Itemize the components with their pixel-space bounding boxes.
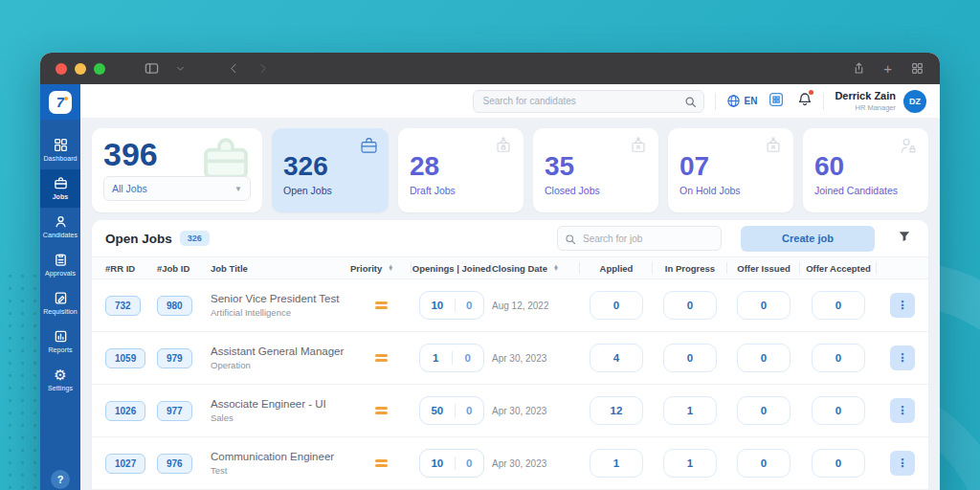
offer-accepted-count[interactable]: 0 (812, 396, 865, 425)
language-selector[interactable]: EN (726, 94, 758, 108)
table-row[interactable]: 1027 976 Communication EngineerTest 100 … (92, 437, 928, 490)
row-actions-kebab-button[interactable]: ⋮ (890, 398, 915, 423)
user-menu[interactable]: Derrick Zain HR Manager DZ (835, 90, 926, 113)
priority-medium-icon (375, 459, 388, 468)
stat-card-draft-jobs[interactable]: 28 Draft Jobs (398, 128, 523, 212)
sort-icon[interactable]: ▲▼ (553, 265, 559, 272)
sidebar-item-label: Settings (48, 385, 73, 391)
filter-icon[interactable] (898, 230, 911, 247)
job-title[interactable]: Associate Engineer - UI (211, 398, 326, 410)
language-label: EN (745, 96, 758, 106)
applied-count[interactable]: 1 (590, 449, 643, 478)
sidebar: 7 Dashboard Jobs Candidates (40, 84, 80, 490)
search-icon[interactable] (684, 95, 697, 112)
rr-id-badge: 1059 (105, 348, 145, 368)
column-header-job-id: #Job ID (157, 257, 211, 278)
job-title[interactable]: Assistant General Manager (211, 345, 344, 357)
sidebar-toggle-icon[interactable] (144, 61, 159, 77)
in-progress-count[interactable]: 0 (663, 344, 717, 372)
stat-card-closed-jobs[interactable]: 35 Closed Jobs (533, 128, 658, 212)
offer-accepted-count[interactable]: 0 (812, 291, 865, 320)
sidebar-item-reports[interactable]: Reports (40, 323, 80, 361)
offer-issued-count[interactable]: 0 (737, 449, 791, 478)
notification-badge-dot (809, 90, 813, 95)
sidebar-item-candidates[interactable]: Candidates (40, 208, 80, 246)
minimize-window-button[interactable] (75, 63, 86, 75)
reports-icon (54, 329, 68, 344)
app-logo[interactable]: 7 (40, 84, 80, 120)
column-header-closing-date[interactable]: Closing Date▲▼ (492, 257, 580, 278)
in-progress-count[interactable]: 1 (663, 449, 717, 478)
sidebar-item-label: Jobs (53, 193, 69, 200)
all-jobs-dropdown[interactable]: All Jobs ▼ (103, 176, 251, 201)
applied-count[interactable]: 0 (590, 291, 643, 320)
apps-grid-icon[interactable] (768, 92, 784, 111)
sidebar-item-requisition[interactable]: Requisition (40, 284, 80, 323)
stat-card-open-jobs[interactable]: 326 Open Jobs (272, 128, 389, 212)
offer-accepted-count[interactable]: 0 (812, 449, 865, 478)
sort-icon[interactable]: ▲▼ (388, 265, 393, 272)
share-icon[interactable] (851, 61, 866, 77)
sidebar-item-jobs[interactable]: Jobs (40, 169, 80, 208)
job-search-input[interactable] (557, 226, 722, 251)
chevron-down-icon[interactable] (172, 61, 188, 77)
closing-date: Apr 30, 2023 (492, 353, 546, 364)
sidebar-item-dashboard[interactable]: Dashboard (40, 131, 80, 169)
rr-id-badge: 1027 (105, 454, 145, 474)
offer-issued-count[interactable]: 0 (737, 291, 791, 320)
in-progress-count[interactable]: 0 (663, 291, 717, 320)
priority-medium-icon (375, 407, 388, 415)
row-actions-kebab-button[interactable]: ⋮ (890, 345, 915, 370)
back-icon[interactable] (226, 61, 241, 77)
row-actions-kebab-button[interactable]: ⋮ (890, 293, 915, 318)
sidebar-item-label: Approvals (45, 270, 76, 277)
logo-glyph: 7 (56, 94, 64, 110)
help-button[interactable]: ? (51, 470, 70, 489)
openings-joined-box: 100 (419, 291, 484, 320)
offer-accepted-count[interactable]: 0 (812, 344, 865, 372)
sidebar-item-approvals[interactable]: Approvals (40, 246, 80, 284)
row-actions-kebab-button[interactable]: ⋮ (890, 451, 915, 476)
offer-issued-count[interactable]: 0 (737, 396, 791, 425)
window-controls (56, 63, 105, 75)
column-header-offer-issued: Offer Issued (727, 257, 800, 278)
table-row[interactable]: 1026 977 Associate Engineer - UISales 50… (92, 385, 928, 437)
tab-overview-icon[interactable] (909, 61, 924, 77)
stat-card-on-hold-jobs[interactable]: 07 On Hold Jobs (668, 128, 793, 212)
close-window-button[interactable] (56, 63, 67, 75)
stat-card-label: Draft Jobs (410, 185, 512, 196)
divider (715, 93, 716, 110)
stat-card-label: Open Jobs (283, 185, 377, 196)
stat-card-label: On Hold Jobs (679, 185, 782, 196)
column-header-actions (877, 257, 915, 278)
job-title[interactable]: Communication Engineer (211, 451, 334, 462)
job-title[interactable]: Senior Vice President Test (211, 293, 339, 304)
candidate-search-input[interactable] (473, 90, 704, 113)
column-header-priority[interactable]: Priority▲▼ (350, 257, 412, 278)
table-row[interactable]: 1059 979 Assistant General ManagerOperat… (92, 332, 928, 385)
offer-issued-count[interactable]: 0 (737, 344, 791, 372)
browser-titlebar: + (40, 53, 940, 84)
stat-card-joined-candidates[interactable]: 60 Joined Candidates (803, 128, 928, 212)
stat-card-label: Joined Candidates (814, 185, 917, 196)
create-job-button[interactable]: Create job (741, 226, 875, 252)
sidebar-item-settings[interactable]: ⚙ Settings (40, 361, 80, 399)
applied-count[interactable]: 4 (590, 344, 643, 372)
forward-icon[interactable] (255, 61, 270, 77)
board-x-icon (763, 136, 784, 161)
openings-joined-box: 500 (419, 396, 484, 425)
openings-joined-box: 10 (419, 344, 484, 372)
job-id-badge: 976 (157, 454, 192, 474)
avatar: DZ (903, 90, 926, 113)
in-progress-count[interactable]: 1 (663, 396, 717, 425)
all-jobs-count: 396 (103, 136, 251, 173)
new-tab-icon[interactable]: + (883, 61, 892, 76)
closing-date: Aug 12, 2022 (492, 301, 549, 311)
divider (823, 93, 824, 110)
stat-card-all-jobs: 396 All Jobs ▼ (92, 128, 262, 212)
notifications-button[interactable] (797, 92, 813, 111)
maximize-window-button[interactable] (94, 63, 105, 75)
applied-count[interactable]: 12 (590, 396, 643, 425)
rr-id-badge: 1026 (105, 401, 145, 421)
table-row[interactable]: 732 980 Senior Vice President TestArtifi… (92, 279, 928, 332)
